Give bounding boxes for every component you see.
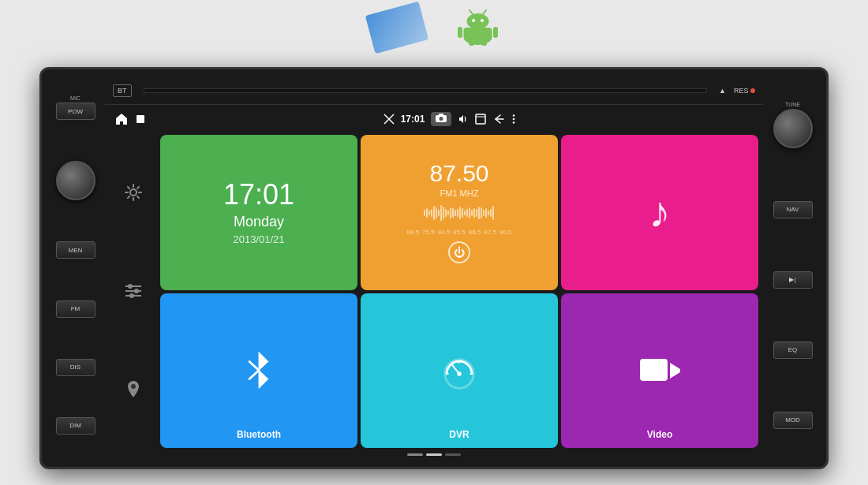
music-note-icon: ♪ <box>649 187 671 237</box>
dvr-tile[interactable]: DVR <box>361 293 558 449</box>
more-icon[interactable] <box>511 114 516 125</box>
svg-point-32 <box>457 371 461 375</box>
square-icon <box>135 114 146 125</box>
equalizer-icon[interactable] <box>119 277 148 305</box>
home-icon[interactable] <box>114 112 129 126</box>
svg-rect-10 <box>481 38 487 46</box>
svg-line-6 <box>483 10 486 14</box>
radio-freq: 87.50 <box>429 162 488 185</box>
status-bar: 17:01 <box>107 106 761 132</box>
bluetooth-label: Bluetooth <box>237 429 281 440</box>
video-tile[interactable]: Video <box>561 293 758 449</box>
video-label: Video <box>647 429 672 440</box>
left-panel: MIC POW MEN FM DIS DIM <box>46 77 105 459</box>
svg-point-21 <box>513 121 515 124</box>
svg-point-27 <box>134 289 139 293</box>
radio-band: FM1 MHZ <box>440 188 479 198</box>
svg-point-28 <box>129 293 134 298</box>
bluetooth-tile[interactable]: Bluetooth <box>160 293 357 449</box>
radio-power-button[interactable]: ⏻ <box>448 241 470 263</box>
clock-date: 2013/01/21 <box>233 233 284 245</box>
window-icon <box>475 114 486 125</box>
indicator-3 <box>445 453 461 456</box>
mod-button[interactable]: MOD <box>773 412 813 429</box>
svg-rect-16 <box>439 114 443 116</box>
speedometer-icon <box>440 351 479 390</box>
clock-day: Monday <box>234 214 284 230</box>
indicator-1 <box>407 453 423 456</box>
men-button[interactable]: MEN <box>56 241 95 259</box>
svg-rect-1 <box>463 28 492 39</box>
left-knob-pow[interactable] <box>56 161 95 200</box>
app-grid: 17:01 Monday 2013/01/21 87.50 FM1 MHZ <box>107 132 761 451</box>
video-camera-icon <box>638 355 682 386</box>
svg-rect-36 <box>640 359 668 381</box>
svg-point-2 <box>466 13 488 29</box>
bt-label: BT <box>113 84 132 97</box>
svg-rect-9 <box>469 38 474 46</box>
freq-scale: 88.575.584.585.586.587.590.0 <box>406 229 511 236</box>
eject-button[interactable]: ▲ <box>719 87 726 95</box>
svg-point-3 <box>472 19 475 22</box>
android-screen: 17:01 <box>107 106 761 457</box>
back-icon[interactable] <box>492 114 505 125</box>
status-center: 17:01 <box>383 112 517 126</box>
location-icon[interactable] <box>119 376 148 405</box>
svg-point-20 <box>513 118 515 121</box>
tune-label: TUNE <box>785 102 800 107</box>
dis-button[interactable]: DIS <box>56 359 95 376</box>
dim-button[interactable]: DIM <box>56 417 95 435</box>
res-dot <box>750 88 755 93</box>
svg-point-15 <box>440 117 443 121</box>
screen-container: BT ▲ RES <box>105 77 763 459</box>
svg-rect-17 <box>476 114 485 124</box>
android-icon <box>456 4 499 47</box>
dvr-label: DVR <box>449 429 469 440</box>
right-knob-tune[interactable] <box>773 109 813 148</box>
mic-label: MIC <box>70 95 80 101</box>
blue-card <box>365 2 428 54</box>
svg-point-19 <box>513 114 515 117</box>
unit-top-bar: BT ▲ RES <box>105 77 763 105</box>
pow-button[interactable]: POW <box>56 103 95 120</box>
res-label: RES <box>734 87 755 95</box>
clock-time: 17:01 <box>223 179 294 211</box>
music-tile[interactable]: ♪ <box>561 135 758 290</box>
settings-icon[interactable] <box>119 178 148 207</box>
svg-point-26 <box>128 284 133 289</box>
screen-bottom <box>107 451 761 457</box>
fm-button[interactable]: FM <box>56 300 95 318</box>
svg-point-29 <box>131 384 136 389</box>
radio-waveform <box>417 203 501 223</box>
car-unit: MIC POW MEN FM DIS DIM BT ▲ RES <box>39 67 829 469</box>
svg-line-5 <box>470 10 473 14</box>
status-time: 17:01 <box>401 114 425 125</box>
indicator-2 <box>426 453 442 456</box>
clock-tile[interactable]: 17:01 Monday 2013/01/21 <box>160 135 357 290</box>
eq-button[interactable]: EQ <box>773 341 813 359</box>
skip-button[interactable]: ▶| <box>773 271 813 289</box>
cd-slot <box>144 88 708 93</box>
nav-button[interactable]: NAV <box>773 201 813 218</box>
no-signal-icon <box>383 114 395 125</box>
svg-marker-37 <box>670 363 680 379</box>
status-left <box>114 112 146 126</box>
sidebar-icons <box>110 135 157 448</box>
camera-icon[interactable] <box>431 112 451 126</box>
radio-tile[interactable]: 87.50 FM1 MHZ 88.575.584.585.586.587.590… <box>361 135 558 290</box>
svg-rect-8 <box>493 27 498 38</box>
svg-point-22 <box>130 189 137 196</box>
bluetooth-icon <box>239 349 279 392</box>
svg-point-4 <box>481 19 484 22</box>
volume-icon <box>458 114 469 125</box>
right-panel: TUNE NAV ▶| EQ MOD <box>763 77 822 459</box>
svg-rect-7 <box>458 27 462 38</box>
svg-rect-11 <box>137 115 144 123</box>
